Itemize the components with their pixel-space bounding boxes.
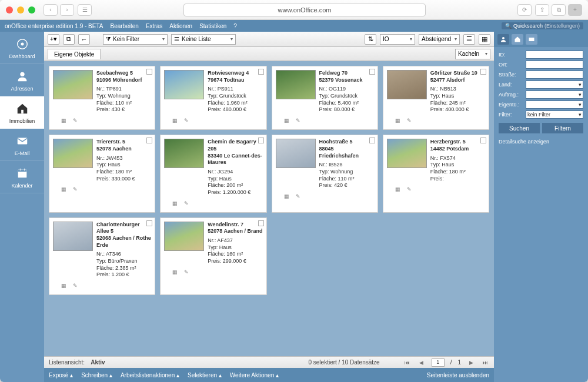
search-button[interactable]: Suchen xyxy=(499,123,540,133)
card-edit-icon[interactable]: ✎ xyxy=(184,269,192,277)
rpanel-mail-icon[interactable] xyxy=(526,34,537,45)
browser-forward[interactable]: › xyxy=(60,4,74,16)
person-icon xyxy=(15,69,30,84)
card-checkbox[interactable] xyxy=(480,69,486,75)
search-land-select[interactable]: ▾ xyxy=(526,81,583,89)
page-prev[interactable]: ◀ xyxy=(417,358,426,367)
property-card[interactable]: Herzbergstr. 5 14482 Potsdam Nr.: FX574 … xyxy=(383,135,489,213)
card-checkbox[interactable] xyxy=(369,69,375,75)
add-button[interactable]: +▾ xyxy=(48,34,59,45)
card-calendar-icon[interactable]: ▦ xyxy=(61,283,69,291)
card-edit-icon[interactable]: ✎ xyxy=(73,186,81,195)
card-calendar-icon[interactable]: ▦ xyxy=(61,186,69,195)
search-eigentu-select[interactable]: ▾ xyxy=(526,100,583,109)
menu-stats[interactable]: Statistiken xyxy=(199,23,226,29)
detail-search-link[interactable]: Detailsuche anzeigen xyxy=(499,139,583,145)
filter-select[interactable]: ⧩ Kein Filter▾ xyxy=(103,34,168,45)
search-auftrag-select[interactable]: ▾ xyxy=(526,91,583,99)
browser-reload-icon[interactable]: ⟳ xyxy=(517,4,532,16)
card-calendar-icon[interactable]: ▦ xyxy=(172,200,181,209)
hide-sidebar-link[interactable]: Seitenleiste ausblenden xyxy=(427,372,489,378)
property-card[interactable]: Triererstr. 5 52078 Aachen Nr.: JW453 Ty… xyxy=(49,135,155,213)
card-edit-icon[interactable]: ✎ xyxy=(184,118,192,126)
view-list-button[interactable]: ☰ xyxy=(463,34,475,45)
card-calendar-icon[interactable]: ▦ xyxy=(61,118,69,126)
page-first[interactable]: ⏮ xyxy=(403,358,412,367)
tab-own-objects[interactable]: Eigene Objekte xyxy=(48,49,101,59)
card-edit-icon[interactable]: ✎ xyxy=(407,186,415,195)
menu-actions[interactable]: Aktionen xyxy=(169,23,192,29)
card-checkbox[interactable] xyxy=(369,138,375,143)
card-edit-icon[interactable]: ✎ xyxy=(296,118,304,126)
card-edit-icon[interactable]: ✎ xyxy=(73,118,81,126)
window-minimize[interactable] xyxy=(17,6,24,14)
filter-button[interactable]: Filtern xyxy=(542,123,583,133)
nav-calendar[interactable]: Kalender xyxy=(0,161,44,193)
page-last[interactable]: ⏭ xyxy=(481,358,489,367)
window-maximize[interactable] xyxy=(28,6,35,14)
sort-toggle-button[interactable]: ⇅ xyxy=(365,34,376,45)
card-calendar-icon[interactable]: ▦ xyxy=(172,269,181,277)
browser-back[interactable]: ‹ xyxy=(44,4,58,16)
card-edit-icon[interactable]: ✎ xyxy=(407,118,415,126)
card-calendar-icon[interactable]: ▦ xyxy=(172,118,181,126)
page-next[interactable]: ▶ xyxy=(467,358,475,367)
nav-addresses[interactable]: Adressen xyxy=(0,64,44,96)
card-edit-icon[interactable]: ✎ xyxy=(184,200,192,209)
card-checkbox[interactable] xyxy=(146,220,152,226)
menu-edit[interactable]: Bearbeiten xyxy=(111,23,139,29)
search-ort-input[interactable] xyxy=(526,61,583,69)
list-select[interactable]: ☰ Keine Liste▾ xyxy=(171,34,236,45)
action-more[interactable]: Weitere Aktionen ▴ xyxy=(230,372,279,378)
property-card[interactable]: Rotwiesenweg 4 79674 Todtnau Nr.: PS911 … xyxy=(160,66,266,130)
property-card[interactable]: Chemin de Bagarry 205 83340 Le Cannet-de… xyxy=(160,135,266,213)
action-write[interactable]: Schreiben ▴ xyxy=(81,372,112,378)
card-checkbox[interactable] xyxy=(258,69,264,75)
card-checkbox[interactable] xyxy=(480,138,486,143)
search-filter-select[interactable]: kein Filter▾ xyxy=(526,110,583,119)
page-input[interactable]: 1 xyxy=(432,358,445,367)
nav-dashboard[interactable]: Dashboard xyxy=(0,32,44,64)
card-calendar-icon[interactable]: ▦ xyxy=(395,118,403,126)
action-expose[interactable]: Exposé ▴ xyxy=(49,372,73,378)
nav-properties[interactable]: Immobilien xyxy=(0,96,44,129)
browser-url[interactable]: www.onOffice.com xyxy=(183,4,426,16)
card-edit-icon[interactable]: ✎ xyxy=(296,193,304,202)
card-subtitle: 52078 Aachen / Brand xyxy=(208,228,262,235)
property-card[interactable]: Hochstraße 5 88045 Friedrichshafen Nr.: … xyxy=(272,135,378,213)
view-grid-button[interactable]: ▦ xyxy=(479,34,490,45)
view-mode-select[interactable]: Kacheln▾ xyxy=(455,49,490,59)
card-calendar-icon[interactable]: ▦ xyxy=(395,186,403,195)
browser-tabs-icon[interactable]: ⧉ xyxy=(552,4,566,16)
rpanel-person-icon[interactable] xyxy=(497,34,509,45)
action-select[interactable]: Selektieren ▴ xyxy=(188,372,222,378)
card-checkbox[interactable] xyxy=(258,220,264,226)
quicksearch-button[interactable]: 🔍 Quicksearch (Einstellungen) xyxy=(502,22,583,29)
browser-sidebar-icon[interactable]: ☰ xyxy=(78,4,92,16)
property-card[interactable]: Feldweg 70 52379 Vossenack Nr.: OG119 Ty… xyxy=(272,66,378,130)
sort-field-select[interactable]: IO▾ xyxy=(380,34,415,45)
rpanel-home-icon[interactable] xyxy=(512,34,523,45)
search-id-input[interactable] xyxy=(526,51,583,59)
card-calendar-icon[interactable]: ▦ xyxy=(284,193,292,202)
window-close[interactable] xyxy=(6,6,13,14)
property-card[interactable]: Görlitzer Straße 10 52477 Alsdorf Nr.: N… xyxy=(383,66,489,130)
card-checkbox[interactable] xyxy=(258,138,264,143)
card-calendar-icon[interactable]: ▦ xyxy=(284,118,292,126)
browser-share-icon[interactable]: ⇪ xyxy=(535,4,549,16)
property-card[interactable]: Seebachweg 5 91096 Möhrendorf Nr.: TP891… xyxy=(49,66,155,130)
nav-email[interactable]: E-Mail xyxy=(0,129,44,161)
card-edit-icon[interactable]: ✎ xyxy=(73,283,81,291)
property-card[interactable]: Charlottenburger Allee 5 52068 Aachen / … xyxy=(49,217,155,296)
menu-extras[interactable]: Extras xyxy=(146,23,162,29)
card-checkbox[interactable] xyxy=(146,69,152,75)
property-card[interactable]: Wendelinstr. 7 52078 Aachen / Brand Nr.:… xyxy=(160,217,266,296)
menu-help[interactable]: ? xyxy=(233,23,237,29)
copy-button[interactable]: ⧉ xyxy=(63,34,75,45)
back-arrow-button[interactable]: ← xyxy=(78,34,90,45)
search-strasse-input[interactable] xyxy=(526,71,583,79)
card-checkbox[interactable] xyxy=(146,138,152,143)
sort-dir-select[interactable]: Absteigend▾ xyxy=(419,34,460,45)
browser-newtab[interactable]: + xyxy=(568,4,582,16)
action-worklist[interactable]: Arbeitslistenaktionen ▴ xyxy=(121,372,179,378)
